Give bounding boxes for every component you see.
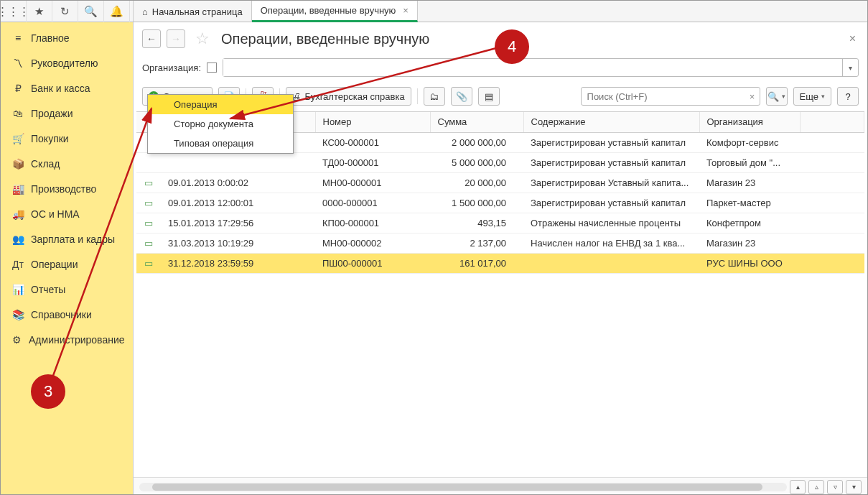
sidebar-label: Производство	[31, 183, 96, 195]
back-button[interactable]: ←	[142, 29, 161, 48]
sidebar-icon: 🚚	[12, 208, 24, 220]
attach-button[interactable]: 📎	[451, 87, 472, 106]
search-input[interactable]	[582, 91, 745, 102]
apps-icon[interactable]: ⋮⋮⋮	[1, 1, 27, 22]
cell-number: 0000-000001	[315, 193, 430, 213]
accounting-ref-button[interactable]: 🖨 Бухгалтерская справка	[286, 87, 411, 106]
cell-org: Магазин 23	[699, 233, 800, 253]
table-row[interactable]: ТД00-0000015 000 000,00Зарегистрирован у…	[136, 152, 864, 172]
help-button[interactable]: ?	[837, 87, 859, 106]
scroll-up-icon[interactable]: ▵	[808, 480, 824, 494]
organization-field[interactable]: ▾	[223, 58, 859, 77]
sidebar-icon: 〽	[12, 57, 24, 69]
cell-sum: 20 000,00	[430, 172, 523, 193]
horizontal-scrollbar[interactable]	[139, 483, 787, 491]
organization-dropdown-icon[interactable]: ▾	[842, 59, 858, 76]
cell-number: ПШ00-000001	[315, 253, 430, 273]
scroll-top-icon[interactable]: ▴	[790, 480, 806, 494]
cell-org: Магазин 23	[699, 172, 800, 193]
sidebar-item-10[interactable]: 📊Отчеты	[1, 277, 133, 302]
row-icon: ▭	[136, 213, 161, 233]
create-dropdown: Операция Сторно документа Типовая операц…	[147, 94, 294, 154]
sidebar-label: Склад	[31, 158, 60, 170]
sidebar-item-6[interactable]: 🏭Производство	[1, 176, 133, 201]
sidebar: ≡Главное〽Руководителю₽Банк и касса🛍Прода…	[1, 22, 134, 495]
sidebar-item-7[interactable]: 🚚ОС и НМА	[1, 201, 133, 226]
sidebar-icon: 📚	[12, 309, 24, 320]
cell-number: МН00-000001	[315, 172, 430, 193]
table-row[interactable]: ▭09.01.2013 12:00:010000-0000011 500 000…	[136, 193, 864, 213]
table-row[interactable]: ▭31.12.2018 23:59:59ПШ00-000001161 017,0…	[136, 253, 864, 273]
close-icon[interactable]: ×	[403, 5, 409, 16]
sidebar-label: Зарплата и кадры	[31, 233, 115, 245]
cell-desc: Зарегистрирован уставный капитал	[523, 152, 699, 172]
star-icon[interactable]: ☆	[195, 29, 210, 48]
tab-home[interactable]: ⌂ Начальная страница	[134, 1, 252, 22]
sidebar-label: Продажи	[31, 108, 73, 119]
more-button[interactable]: Еще ▾	[793, 87, 831, 106]
tab-operations-label: Операции, введенные вручную	[261, 5, 396, 16]
organization-input[interactable]	[223, 59, 842, 76]
table-row[interactable]: ▭15.01.2013 17:29:56КП00-000001493,15Отр…	[136, 213, 864, 233]
sidebar-item-0[interactable]: ≡Главное	[1, 25, 133, 50]
sidebar-icon: 🏭	[12, 183, 24, 195]
list-button[interactable]: ▤	[478, 87, 500, 106]
cell-number: КП00-000001	[315, 213, 430, 233]
sidebar-item-5[interactable]: 📦Склад	[1, 151, 133, 176]
sidebar-label: Справочники	[31, 309, 92, 320]
dropdown-item-typical[interactable]: Типовая операция	[148, 134, 293, 153]
sidebar-item-4[interactable]: 🛒Покупки	[1, 126, 133, 151]
sidebar-item-1[interactable]: 〽Руководителю	[1, 50, 133, 75]
sidebar-label: Администрирование	[29, 334, 125, 346]
sidebar-label: ОС и НМА	[31, 208, 80, 220]
row-icon: ▭	[136, 172, 161, 193]
row-icon	[136, 152, 161, 172]
callout-4: 4	[495, 29, 529, 64]
dropdown-item-operation[interactable]: Операция	[148, 95, 293, 114]
scroll-bottom-icon[interactable]: ▾	[846, 480, 862, 494]
cell-sum: 5 000 000,00	[430, 152, 523, 172]
sidebar-icon: Дт	[12, 259, 24, 270]
organization-label: Организация:	[142, 63, 201, 73]
organization-checkbox[interactable]	[207, 63, 217, 73]
col-sum-header[interactable]: Сумма	[430, 112, 523, 132]
row-icon: ▭	[136, 253, 161, 273]
registry-button[interactable]: 🗂	[424, 87, 445, 106]
forward-button[interactable]: →	[167, 29, 185, 48]
favorites-icon[interactable]: ★	[27, 1, 52, 22]
find-button[interactable]: 🔍▾	[766, 87, 788, 106]
close-page-button[interactable]: ×	[849, 32, 859, 45]
sidebar-item-3[interactable]: 🛍Продажи	[1, 101, 133, 126]
more-button-label: Еще	[800, 91, 818, 102]
callout-3: 3	[31, 374, 65, 409]
cell-date: 09.01.2013 12:00:01	[161, 193, 315, 213]
dropdown-item-storno[interactable]: Сторно документа	[148, 114, 293, 134]
cell-org: Комфорт-сервис	[699, 132, 800, 152]
table-row[interactable]: ▭31.03.2013 10:19:29МН00-0000022 137,00Н…	[136, 233, 864, 253]
clear-search-icon[interactable]: ×	[745, 91, 760, 102]
table-row[interactable]: ▭09.01.2013 0:00:02МН00-00000120 000,00З…	[136, 172, 864, 193]
cell-org: Торговый дом "...	[699, 152, 800, 172]
sidebar-item-8[interactable]: 👥Зарплата и кадры	[1, 226, 133, 251]
sidebar-item-12[interactable]: ⚙Администрирование	[1, 327, 133, 352]
sidebar-item-2[interactable]: ₽Банк и касса	[1, 75, 133, 101]
col-number-header[interactable]: Номер	[315, 112, 430, 132]
scroll-down-icon[interactable]: ▿	[827, 480, 843, 494]
search-icon[interactable]: 🔍	[78, 1, 104, 22]
notifications-icon[interactable]: 🔔	[104, 1, 130, 22]
cell-org: Паркет-мастер	[699, 193, 800, 213]
cell-desc: Начислен налог на ЕНВД за 1 ква...	[523, 233, 699, 253]
sidebar-label: Банк и касса	[31, 83, 90, 94]
col-org-header[interactable]: Организация	[699, 112, 800, 132]
row-icon: ▭	[136, 233, 161, 253]
sidebar-item-11[interactable]: 📚Справочники	[1, 302, 133, 327]
tab-operations[interactable]: Операции, введенные вручную ×	[252, 1, 418, 22]
col-desc-header[interactable]: Содержание	[523, 112, 699, 132]
cell-org: Конфетпром	[699, 213, 800, 233]
tab-home-label: Начальная страница	[152, 6, 243, 17]
sidebar-icon: ⚙	[12, 334, 22, 346]
history-icon[interactable]: ↻	[52, 1, 78, 22]
sidebar-item-9[interactable]: ДтОперации	[1, 251, 133, 277]
cell-sum: 1 500 000,00	[430, 193, 523, 213]
cell-date: 31.03.2013 10:19:29	[161, 233, 315, 253]
